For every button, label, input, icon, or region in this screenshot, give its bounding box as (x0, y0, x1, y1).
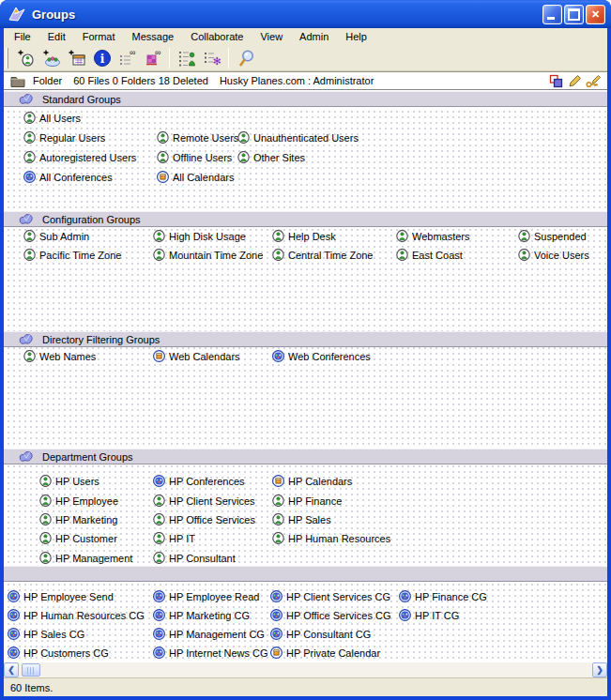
group-item[interactable]: All Conferences (23, 170, 113, 184)
section-header-blank[interactable] (4, 566, 607, 582)
section-header-configuration-groups[interactable]: Configuration Groups (4, 211, 607, 227)
group-item[interactable]: Web Conferences (272, 349, 371, 363)
group-item[interactable]: East Coast (396, 248, 463, 262)
group-item[interactable]: HP Consultant (153, 551, 236, 565)
menu-admin[interactable]: Admin (291, 29, 337, 44)
group-item-label: HP Office Services CG (286, 610, 390, 621)
group-item[interactable]: HP Employee Send (8, 589, 114, 603)
group-item[interactable]: HP Marketing CG (153, 608, 250, 622)
group-item[interactable]: Regular Users (23, 130, 105, 145)
title-bar[interactable]: Groups (0, 0, 611, 28)
conference-icon (272, 350, 284, 362)
group-item[interactable]: Unauthenticated Users (237, 130, 359, 145)
group-item[interactable]: Suspended (518, 229, 587, 243)
group-item[interactable]: HP Office Services CG (270, 608, 390, 622)
group-item[interactable]: HP Client Services (153, 494, 255, 508)
group-item[interactable]: HP Employee (39, 494, 118, 508)
group-icon (23, 131, 36, 144)
menu-file[interactable]: File (6, 29, 39, 44)
group-item[interactable]: HP Calendars (272, 474, 352, 488)
group-item[interactable]: Voice Users (518, 248, 589, 262)
group-item[interactable]: Web Names (23, 349, 96, 363)
group-item[interactable]: Web Calendars (153, 349, 240, 363)
group-icon (39, 513, 52, 525)
menu-edit[interactable]: Edit (39, 29, 74, 44)
infinite-list-icon[interactable]: ∞ (115, 46, 140, 70)
group-icon (153, 552, 165, 564)
conference-icon (399, 590, 411, 602)
group-item[interactable]: HP Conferences (153, 474, 245, 488)
group-item[interactable]: HP Sales CG (8, 627, 84, 641)
group-item[interactable]: All Users (23, 111, 81, 125)
conference-icon (153, 609, 165, 621)
group-item[interactable]: Help Desk (272, 229, 336, 243)
group-item-label: HP Users (55, 476, 99, 487)
scroll-left-button[interactable]: ❮ (4, 662, 19, 677)
group-icon (23, 350, 36, 362)
group-item[interactable]: HP IT CG (399, 608, 459, 622)
group-item[interactable]: Sub Admin (23, 229, 89, 243)
group-item[interactable]: HP Management (39, 551, 132, 565)
maximize-button[interactable] (564, 5, 584, 24)
group-item[interactable]: Pacific Time Zone (23, 248, 121, 262)
group-item[interactable]: HP Finance (272, 494, 342, 508)
scroll-thumb[interactable] (22, 663, 40, 677)
directory-options-icon[interactable]: ✻ (199, 46, 224, 70)
get-info-icon[interactable]: i (89, 46, 115, 70)
directory-user-icon[interactable] (174, 46, 199, 70)
group-item[interactable]: Central Time Zone (272, 248, 373, 262)
horizontal-scrollbar[interactable]: ❮ ❯ (4, 662, 607, 677)
group-item[interactable]: HP Office Services (153, 512, 255, 526)
group-item[interactable]: All Calendars (157, 170, 234, 184)
group-item[interactable]: HP Users (39, 474, 99, 488)
menu-collaborate[interactable]: Collaborate (182, 29, 252, 44)
edit-pencil-icon[interactable] (567, 73, 583, 88)
copy-pages-icon[interactable] (548, 73, 564, 88)
search-icon[interactable] (233, 46, 258, 70)
new-calendar-icon[interactable] (64, 46, 89, 70)
group-item[interactable]: HP Marketing (39, 512, 117, 526)
menu-format[interactable]: Format (74, 29, 124, 44)
group-item[interactable]: HP Management CG (153, 627, 265, 641)
group-item[interactable]: HP Sales (272, 512, 331, 526)
group-item-label: HP Human Resources (288, 533, 390, 544)
group-item[interactable]: HP Consultant CG (270, 627, 371, 641)
group-item[interactable]: HP Employee Read (153, 589, 259, 603)
section-header-standard-groups[interactable]: Standard Groups (4, 91, 607, 107)
group-item[interactable]: HP Customer (39, 531, 117, 545)
menu-help[interactable]: Help (337, 29, 375, 44)
group-item[interactable]: HP Human Resources (272, 531, 390, 545)
group-item[interactable]: High Disk Usage (153, 229, 246, 243)
folder-icon (9, 73, 25, 88)
new-user-icon[interactable] (13, 46, 38, 70)
group-item[interactable]: HP Client Services CG (270, 589, 390, 603)
group-item[interactable]: Autoregistered Users (23, 150, 136, 164)
group-item[interactable]: Webmasters (396, 229, 470, 243)
group-item[interactable]: HP Customers CG (8, 646, 109, 660)
group-item-label: Offline Users (173, 152, 232, 163)
scroll-right-button[interactable]: ❯ (592, 662, 607, 677)
group-item[interactable]: Other Sites (237, 150, 305, 164)
group-item[interactable]: Offline Users (157, 150, 232, 164)
menu-view[interactable]: View (252, 29, 291, 44)
group-icon (272, 249, 284, 261)
new-group-icon[interactable] (38, 46, 64, 70)
group-item[interactable]: Mountain Time Zone (153, 248, 263, 262)
group-item[interactable]: Remote Users (157, 130, 238, 145)
toolbar: i∞∞✻ (4, 45, 607, 71)
minimize-button[interactable] (542, 5, 562, 24)
section-header-department-groups[interactable]: Department Groups (4, 449, 607, 464)
group-item-label: Web Conferences (288, 351, 371, 362)
menu-message[interactable]: Message (124, 29, 183, 44)
section-header-directory-filtering-groups[interactable]: Directory Filtering Groups (4, 331, 607, 347)
group-item[interactable]: HP IT (153, 531, 195, 545)
close-button[interactable] (586, 5, 605, 24)
group-item[interactable]: HP Finance CG (399, 589, 487, 603)
group-item[interactable]: HP Internet News CG (153, 646, 268, 660)
group-item[interactable]: HP Human Resources CG (8, 608, 145, 622)
group-item-label: HP IT (169, 533, 195, 544)
infinite-mailbox-icon[interactable]: ∞ (140, 46, 165, 70)
group-item[interactable]: HP Private Calendar (270, 646, 380, 660)
toolbar-grip[interactable] (6, 48, 8, 68)
signature-key-icon[interactable] (586, 73, 602, 88)
